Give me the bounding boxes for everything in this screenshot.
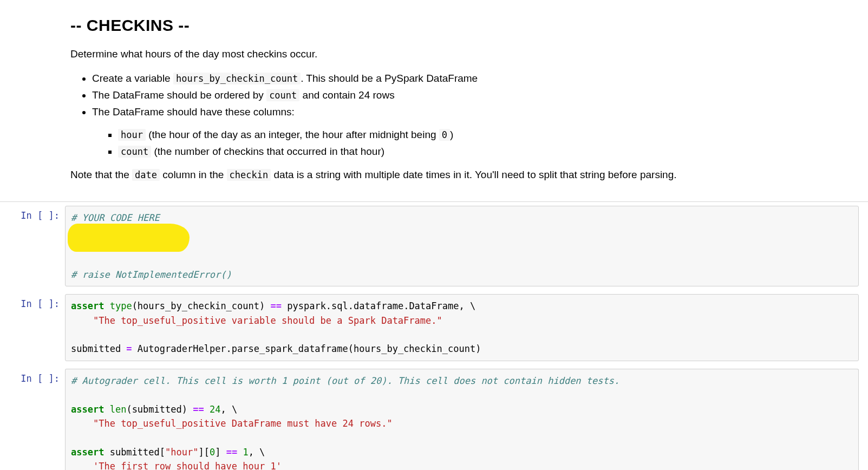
- code-inline: checkin: [227, 169, 271, 181]
- requirements-list: Create a variable hours_by_checkin_count…: [70, 70, 785, 160]
- text: , \: [220, 404, 237, 415]
- code-input-area[interactable]: # Autograder cell. This cell is worth 1 …: [65, 369, 859, 470]
- input-prompt: In [ ]:: [0, 206, 65, 287]
- sub-list: hour (the hour of the day as an integer,…: [92, 126, 785, 160]
- intro-text: Determine what hours of the day most che…: [70, 47, 785, 62]
- kw: assert: [71, 447, 104, 458]
- text: data is a string with multiple date time…: [271, 169, 676, 180]
- code-input-area[interactable]: # YOUR CODE HERE # raise NotImplementedE…: [65, 206, 859, 287]
- note-text: Note that the date column in the checkin…: [70, 167, 785, 183]
- text: ): [450, 129, 453, 140]
- code-comment: # raise NotImplementedError(): [71, 269, 232, 280]
- num: 24: [210, 404, 220, 415]
- kw: assert: [71, 404, 104, 415]
- string: 'The first row should have hour 1': [93, 461, 282, 470]
- code-inline: count: [118, 146, 151, 158]
- code-comment: # YOUR CODE HERE: [71, 212, 160, 223]
- code-cell-wrap: In [ ]: # Autograder cell. This cell is …: [0, 365, 868, 470]
- text: The DataFrame should have these columns:: [92, 106, 295, 118]
- list-item: The DataFrame should have these columns:…: [92, 103, 785, 160]
- code-input-area[interactable]: assert type(hours_by_checkin_count) == p…: [65, 294, 859, 361]
- text: ][: [198, 447, 209, 458]
- op: ==: [193, 404, 204, 415]
- text: , \: [249, 447, 265, 458]
- text: Note that the: [70, 169, 132, 180]
- list-item: hour (the hour of the day as an integer,…: [118, 126, 785, 143]
- string: "The top_useful_positive variable should…: [93, 315, 442, 326]
- kw: assert: [71, 301, 104, 311]
- builtin: type: [110, 301, 132, 311]
- text: The DataFrame should be ordered by: [92, 89, 266, 101]
- op: =: [126, 343, 132, 354]
- code-cell: In [ ]: # Autograder cell. This cell is …: [0, 365, 868, 470]
- string: "hour": [165, 447, 198, 458]
- code-comment: # Autograder cell. This cell is worth 1 …: [71, 375, 619, 386]
- markdown-cell: -- CHECKINS -- Determine what hours of t…: [0, 0, 785, 201]
- op: ==: [226, 447, 237, 458]
- text: (the hour of the day as an integer, the …: [146, 129, 439, 140]
- builtin: len: [110, 404, 127, 415]
- list-item: Create a variable hours_by_checkin_count…: [92, 70, 785, 87]
- jupyter-notebook: -- CHECKINS -- Determine what hours of t…: [0, 0, 868, 470]
- string: "The top_useful_positive DataFrame must …: [93, 418, 393, 429]
- code-cell: In [ ]: # YOUR CODE HERE # raise NotImpl…: [0, 202, 868, 291]
- text: (hours_by_checkin_count): [132, 301, 271, 311]
- code-editor[interactable]: # Autograder cell. This cell is worth 1 …: [71, 374, 853, 470]
- text: submitted: [71, 343, 126, 354]
- text: AutograderHelper.parse_spark_dataframe(h…: [132, 343, 481, 354]
- text: pyspark.sql.dataframe.DataFrame, \: [282, 301, 475, 311]
- code-inline: hours_by_checkin_count: [173, 73, 301, 84]
- text: column in the: [160, 169, 227, 180]
- code-cell-wrap: In [ ]: assert type(hours_by_checkin_cou…: [0, 290, 868, 364]
- num: 0: [210, 447, 215, 458]
- text: ]: [215, 447, 226, 458]
- input-prompt: In [ ]:: [0, 369, 65, 470]
- text: (submitted): [126, 404, 193, 415]
- list-item: count (the number of checkins that occur…: [118, 143, 785, 160]
- code-editor[interactable]: # YOUR CODE HERE # raise NotImplementedE…: [71, 211, 853, 282]
- text: . This should be a PySpark DataFrame: [301, 73, 478, 84]
- list-item: The DataFrame should be ordered by count…: [92, 87, 785, 103]
- code-inline: count: [266, 89, 299, 101]
- text: and contain 24 rows: [299, 89, 394, 101]
- op: ==: [271, 301, 282, 311]
- code-cell-wrap: In [ ]: # YOUR CODE HERE # raise NotImpl…: [0, 201, 868, 291]
- text: submitted[: [104, 447, 165, 458]
- num: 1: [243, 447, 248, 458]
- code-editor[interactable]: assert type(hours_by_checkin_count) == p…: [71, 299, 853, 356]
- text: (the number of checkins that occurred in…: [151, 146, 384, 157]
- code-inline: 0: [439, 129, 450, 141]
- input-prompt: In [ ]:: [0, 294, 65, 361]
- section-heading: -- CHECKINS --: [70, 16, 785, 35]
- code-cell: In [ ]: assert type(hours_by_checkin_cou…: [0, 290, 868, 364]
- code-inline: hour: [118, 129, 146, 141]
- code-inline: date: [132, 169, 160, 181]
- text: Create a variable: [92, 73, 173, 84]
